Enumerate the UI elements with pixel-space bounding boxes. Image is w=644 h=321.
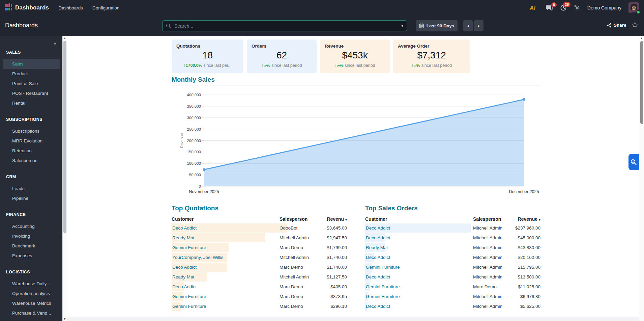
- date-filter-label: Last 90 Days: [427, 23, 455, 28]
- table-row[interactable]: Gemini FurnitureMarc Demo$1,799.00: [172, 243, 347, 252]
- sidebar-item-rental[interactable]: Rental: [3, 98, 60, 108]
- ai-icon[interactable]: AI: [529, 4, 539, 11]
- menu-configuration[interactable]: Configuration: [92, 5, 119, 10]
- table-row[interactable]: Deco AddictOdooBot$3,645.00: [172, 223, 347, 233]
- column-header-revenue[interactable]: Revenu▾: [317, 216, 347, 222]
- sidebar-item-purchase-vend[interactable]: Purchase & Vend...: [3, 308, 60, 318]
- table-row[interactable]: Deco AddictMitchell Admin$20,160.00: [365, 252, 540, 262]
- customer-cell[interactable]: Gemini Furniture: [172, 245, 280, 250]
- search-bar: ▾: [162, 20, 407, 31]
- table-row[interactable]: Deco AddictMitchell Admin$13,500.00: [365, 272, 540, 282]
- sidebar-item-warehouse-daily[interactable]: Warehouse Daily ...: [3, 279, 60, 289]
- main-scrollbar[interactable]: ▲: [639, 36, 644, 321]
- sidebar-item-operation-analysis[interactable]: Operation analysis: [3, 289, 60, 298]
- kpi-card-average-order: Average Order$7,312↑∞% since last period: [393, 39, 470, 73]
- table-row[interactable]: Gemini FurnitureMitchell Admin$15,795.00: [365, 262, 540, 272]
- sidebar-item-salesperson[interactable]: Salesperson: [3, 156, 60, 165]
- sidebar-item-accounting[interactable]: Accounting: [3, 221, 60, 231]
- customer-cell[interactable]: Ready Mat: [172, 274, 280, 279]
- table-row[interactable]: Gemini FurnitureMarc Demo$373.95: [172, 292, 347, 301]
- table-row[interactable]: Gemini FurnitureMitchell Admin$6,976.80: [365, 292, 540, 301]
- record-lookup-button[interactable]: [628, 154, 639, 170]
- sidebar-item-sales[interactable]: Sales: [3, 59, 60, 69]
- table-row[interactable]: Ready MatMitchell Admin$1,127.50: [172, 272, 347, 282]
- column-header-salesperson[interactable]: Salesperson: [280, 216, 317, 222]
- customer-cell[interactable]: Ready Mat: [365, 245, 473, 250]
- table-row[interactable]: Deco AddictMitchell Admin$45,000.00: [365, 233, 540, 243]
- scroll-down-icon[interactable]: ▼: [63, 317, 67, 321]
- sidebar-collapse-icon[interactable]: «: [54, 41, 56, 46]
- sidebar-item-leads[interactable]: Leads: [3, 184, 60, 193]
- table-row[interactable]: Deco AddictMitchell Admin$237,960.00: [365, 223, 540, 233]
- customer-cell[interactable]: Gemini Furniture: [365, 265, 473, 270]
- scroll-up-icon[interactable]: ▲: [639, 36, 644, 40]
- table-row[interactable]: YourCompany, Joel WillisMitchell Admin$1…: [172, 252, 347, 262]
- sidebar-item-subscriptions[interactable]: Subscriptions: [3, 126, 60, 136]
- customer-cell[interactable]: Deco Addict: [365, 225, 473, 231]
- messages-icon[interactable]: 8: [546, 5, 553, 11]
- column-header-customer[interactable]: Customer: [365, 216, 473, 222]
- sidebar-item-expenses[interactable]: Expenses: [3, 251, 60, 261]
- column-header-revenue[interactable]: Revenue▾: [510, 216, 540, 222]
- sidebar-item-benchmark[interactable]: Benchmark: [3, 241, 60, 251]
- previous-period-button[interactable]: ◂: [463, 20, 473, 31]
- search-input[interactable]: [174, 23, 399, 29]
- sidebar-item-warehouse-metrics[interactable]: Warehouse Metrics: [3, 298, 60, 308]
- search-dropdown-caret-icon[interactable]: ▾: [399, 24, 403, 28]
- date-filter-button[interactable]: Last 90 Days: [416, 20, 458, 31]
- tools-icon[interactable]: [574, 5, 580, 11]
- next-section-edge: [67, 317, 639, 321]
- sidebar-item-manufacturing[interactable]: Manufacturing: [3, 318, 60, 321]
- kpi-delta-note: since last period: [420, 63, 452, 68]
- sidebar-item-pos-restaurant[interactable]: POS - Restaurant: [3, 88, 60, 98]
- customer-cell[interactable]: YourCompany, Joel Willis: [172, 255, 280, 260]
- customer-cell[interactable]: Deco Addict: [172, 225, 280, 231]
- customer-cell[interactable]: Deco Addict: [365, 274, 473, 279]
- salesperson-cell: Marc Demo: [280, 304, 317, 309]
- customer-cell[interactable]: Ready Mat: [172, 235, 280, 240]
- table-row[interactable]: Ready MatMitchell Admin$43,830.00: [365, 243, 540, 252]
- table-row[interactable]: Gemini FurnitureMarc Demo$11,025.00: [365, 282, 540, 292]
- customer-cell[interactable]: Deco Addict: [365, 235, 473, 240]
- table-row[interactable]: Ready MatMitchell Admin$2,947.50: [172, 233, 347, 243]
- company-switcher[interactable]: Demo Company: [587, 5, 621, 10]
- favorite-star-icon[interactable]: [632, 22, 638, 29]
- column-header-salesperson[interactable]: Salesperson: [473, 216, 510, 222]
- customer-cell[interactable]: Deco Addict: [365, 255, 473, 260]
- sidebar-scrollbar[interactable]: ▲ ▼: [62, 36, 67, 321]
- kpi-value: 18: [176, 50, 239, 61]
- customer-cell[interactable]: Deco Addict: [172, 284, 280, 289]
- sidebar-item-product[interactable]: Product: [3, 69, 60, 79]
- customer-cell[interactable]: Gemini Furniture: [172, 304, 280, 309]
- sidebar-item-invoicing[interactable]: Invoicing: [3, 231, 60, 241]
- main-scrollbar-thumb[interactable]: [640, 41, 643, 124]
- share-button[interactable]: Share: [607, 23, 626, 28]
- user-avatar[interactable]: [628, 2, 639, 13]
- table-row[interactable]: Deco AddictMarc Demo$1,740.00: [172, 262, 347, 272]
- sidebar-item-mrr-evolution[interactable]: MRR Evolution: [3, 136, 60, 146]
- activities-icon[interactable]: 28: [560, 4, 567, 11]
- sidebar-scrollbar-thumb[interactable]: [63, 41, 66, 233]
- kpi-cards-row: Quotations18↑1700.0% since last per...Or…: [172, 39, 540, 73]
- sidebar-item-point-of-sale[interactable]: Point of Sale: [3, 79, 60, 88]
- customer-cell[interactable]: Gemini Furniture: [365, 294, 473, 299]
- menu-dashboards[interactable]: Dashboards: [58, 5, 83, 10]
- table-row[interactable]: Deco AddictMarc Demo$405.00: [172, 282, 347, 292]
- top-quotations-table: Top Quotations Customer Salesperson Reve…: [172, 205, 347, 311]
- column-header-customer[interactable]: Customer: [172, 216, 280, 222]
- customer-cell[interactable]: Gemini Furniture: [172, 294, 280, 299]
- table-row[interactable]: Gemini FurnitureMarc Demo$296.10: [172, 301, 347, 311]
- kpi-value: $7,312: [398, 50, 465, 61]
- next-period-button[interactable]: ▸: [474, 20, 484, 31]
- salesperson-cell: Mitchell Admin: [473, 255, 510, 260]
- customer-cell[interactable]: Deco Addict: [172, 265, 280, 270]
- customer-cell[interactable]: Gemini Furniture: [365, 284, 473, 289]
- sidebar-item-retention[interactable]: Retention: [3, 146, 60, 156]
- sidebar-item-pipeline[interactable]: Pipeline: [3, 193, 60, 203]
- app-switcher[interactable]: Dashboards: [5, 3, 49, 12]
- customer-cell[interactable]: Deco Addict: [365, 304, 473, 309]
- data-point: [523, 98, 525, 101]
- table-row[interactable]: Deco AddictMitchell Admin$5,625.00: [365, 301, 540, 311]
- scroll-up-icon[interactable]: ▲: [63, 36, 67, 40]
- y-axis-title: Revenue: [180, 133, 184, 148]
